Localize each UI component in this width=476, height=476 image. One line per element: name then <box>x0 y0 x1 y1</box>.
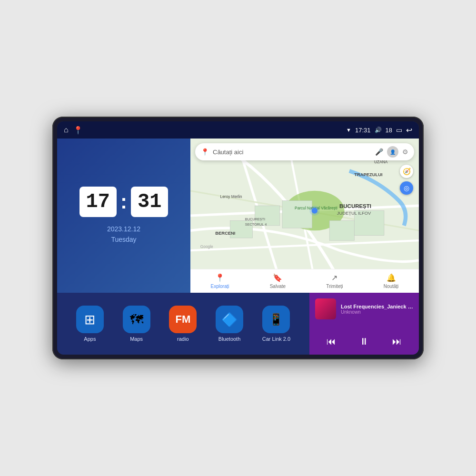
svg-rect-8 <box>282 201 312 228</box>
music-artist: Unknown <box>341 309 413 315</box>
carlink-icon: 📱 <box>269 313 283 326</box>
app-item-radio[interactable]: FM radio <box>169 306 197 342</box>
apps-icon: ⊞ <box>84 312 95 327</box>
car-display-device: ⌂ 📍 ▼ 17:31 🔊 18 ▭ ↩ 17 : <box>52 117 424 359</box>
news-icon: 🔔 <box>387 273 396 282</box>
music-info: Lost Frequencies_Janieck Devy-... Unknow… <box>315 298 413 319</box>
map-settings-icon[interactable]: ⚙ <box>402 148 408 156</box>
apps-label: Apps <box>84 336 96 342</box>
map-mic-icon[interactable]: 🎤 <box>375 148 383 156</box>
clock-widget: 17 : 31 2023.12.12 Tuesday <box>57 139 190 293</box>
map-avatar[interactable]: 👤 <box>387 146 398 158</box>
svg-text:Leroy Merlin: Leroy Merlin <box>220 194 242 199</box>
music-details: Lost Frequencies_Janieck Devy-... Unknow… <box>341 304 413 315</box>
svg-text:Google: Google <box>200 244 213 249</box>
signal-level: 18 <box>386 127 392 134</box>
app-item-maps[interactable]: 🗺 Maps <box>123 306 150 342</box>
share-label: Trimiteți <box>326 284 343 289</box>
music-thumb-art <box>315 298 336 319</box>
maps-label: Maps <box>130 336 143 342</box>
svg-rect-10 <box>329 220 354 240</box>
clock-minutes: 31 <box>131 187 168 217</box>
music-next-button[interactable]: ⏭ <box>388 334 406 349</box>
maps-icon-bg: 🗺 <box>123 306 150 333</box>
explore-icon: 📍 <box>215 273 225 282</box>
home-icon[interactable]: ⌂ <box>64 126 69 134</box>
app-item-apps[interactable]: ⊞ Apps <box>76 306 104 342</box>
svg-text:BUCUREȘTI: BUCUREȘTI <box>339 203 371 209</box>
bottom-section: ⊞ Apps 🗺 Maps FM radio <box>57 293 419 355</box>
map-pin-icon[interactable]: 📍 <box>73 126 83 135</box>
svg-text:JUDEȚUL ILFOV: JUDEȚUL ILFOV <box>337 210 371 216</box>
saved-label: Salvate <box>270 284 286 289</box>
explore-label: Explorați <box>211 284 229 289</box>
app-item-bluetooth[interactable]: 🔷 Bluetooth <box>216 306 243 342</box>
map-bottom-bar: 📍 Explorați 🔖 Salvate ↗ Trimiteți 🔔 <box>190 269 419 293</box>
news-label: Noutăți <box>384 284 399 289</box>
status-time: 17:31 <box>355 127 371 134</box>
signal-down-icon: ▼ <box>346 127 351 133</box>
radio-icon: FM <box>175 313 190 326</box>
svg-point-23 <box>309 206 319 216</box>
map-location-button[interactable]: ◎ <box>400 181 413 195</box>
map-search-bar[interactable]: 📍 Căutați aici 🎤 👤 ⚙ <box>195 143 414 160</box>
status-left: ⌂ 📍 <box>64 126 83 135</box>
map-compass[interactable]: 🧭 <box>400 165 413 178</box>
screen: ⌂ 📍 ▼ 17:31 🔊 18 ▭ ↩ 17 : <box>57 121 419 355</box>
apps-icon-bg: ⊞ <box>76 306 104 333</box>
saved-icon: 🔖 <box>273 273 282 282</box>
bluetooth-icon-bg: 🔷 <box>216 306 243 333</box>
svg-text:TRAPEZULUI: TRAPEZULUI <box>354 172 382 177</box>
volume-icon: 🔊 <box>375 127 382 133</box>
clock-date: 2023.12.12 Tuesday <box>107 224 140 245</box>
music-play-button[interactable]: ⏸ <box>356 334 373 349</box>
map-nav-explore[interactable]: 📍 Explorați <box>211 273 229 289</box>
carlink-icon-bg: 📱 <box>262 306 290 333</box>
svg-text:SECTORUL 4: SECTORUL 4 <box>245 222 267 227</box>
map-nav-saved[interactable]: 🔖 Salvate <box>270 273 286 289</box>
map-nav-news[interactable]: 🔔 Noutăți <box>384 273 399 289</box>
top-section: 17 : 31 2023.12.12 Tuesday <box>57 139 419 293</box>
status-bar: ⌂ 📍 ▼ 17:31 🔊 18 ▭ ↩ <box>57 121 419 139</box>
music-prev-button[interactable]: ⏮ <box>323 334 340 349</box>
share-icon: ↗ <box>331 273 337 282</box>
svg-text:BUCUREȘTI: BUCUREȘTI <box>245 217 265 221</box>
clock-colon: : <box>120 190 127 213</box>
map-nav-share[interactable]: ↗ Trimiteți <box>326 273 343 289</box>
back-icon[interactable]: ↩ <box>406 126 412 135</box>
carlink-label: Car Link 2.0 <box>262 336 290 342</box>
status-right: ▼ 17:31 🔊 18 ▭ ↩ <box>346 126 412 135</box>
map-search-pin-icon: 📍 <box>201 148 209 156</box>
main-area: 17 : 31 2023.12.12 Tuesday <box>57 139 419 355</box>
bluetooth-icon: 🔷 <box>221 312 238 327</box>
radio-icon-bg: FM <box>169 306 197 333</box>
svg-text:BERCENI: BERCENI <box>215 230 235 236</box>
music-controls: ⏮ ⏸ ⏭ <box>315 334 413 349</box>
clock-display: 17 : 31 <box>79 187 169 217</box>
app-item-carlink[interactable]: 📱 Car Link 2.0 <box>262 306 290 342</box>
battery-icon: ▭ <box>396 126 402 134</box>
music-player: Lost Frequencies_Janieck Devy-... Unknow… <box>309 293 419 355</box>
clock-hours: 17 <box>79 187 117 217</box>
radio-label: radio <box>177 336 188 342</box>
app-launcher: ⊞ Apps 🗺 Maps FM radio <box>57 293 309 355</box>
map-search-text: Căutați aici <box>213 149 371 156</box>
music-title: Lost Frequencies_Janieck Devy-... <box>341 304 413 309</box>
maps-icon: 🗺 <box>130 312 143 327</box>
map-widget[interactable]: BUCUREȘTI JUDEȚUL ILFOV BERCENI TRAPEZUL… <box>190 139 419 293</box>
music-thumbnail <box>315 298 336 319</box>
bluetooth-label: Bluetooth <box>218 336 240 342</box>
